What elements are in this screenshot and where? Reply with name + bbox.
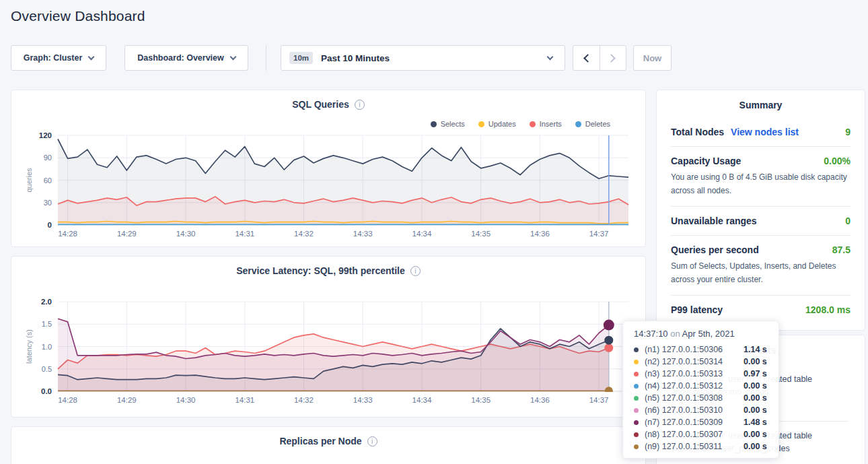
node-latency-value: 0.00 s (744, 381, 767, 391)
node-latency-value: 1.14 s (744, 345, 767, 354)
tooltip-node-row: (n9) 127.0.0.1:503110.00 s (634, 440, 768, 453)
chart-title-text: Service Latency: SQL, 99th percentile (236, 265, 405, 276)
svg-text:2.0: 2.0 (41, 298, 52, 306)
node-color-dot (634, 432, 639, 437)
svg-text:60: 60 (44, 176, 52, 185)
p99-latency-label: P99 latency (671, 304, 723, 315)
dashboard-dropdown-label: Dashboard: Overview (137, 53, 224, 63)
legend-dot (530, 121, 536, 127)
tooltip-node-row: (n7) 127.0.0.1:503091.48 s (634, 416, 768, 428)
summary-row-p99: P99 latency 1208.0 ms (671, 304, 851, 315)
tooltip-node-row: (n1) 127.0.0.1:503061.14 s (634, 343, 768, 356)
node-color-dot (634, 420, 639, 425)
tooltip-node-row: (n5) 127.0.0.1:503080.00 s (634, 392, 768, 404)
summary-heading: Summary (671, 100, 851, 110)
svg-text:14:28: 14:28 (58, 396, 77, 404)
queries-per-second-desc: Sum of Selects, Updates, Inserts, and De… (671, 259, 851, 286)
time-prev-button[interactable] (573, 46, 600, 70)
svg-text:14:30: 14:30 (176, 396, 196, 404)
graph-dropdown[interactable]: Graph: Cluster (11, 45, 106, 71)
chevron-down-icon (229, 54, 236, 61)
tooltip-date: Apr 5th, 2021 (682, 329, 735, 339)
info-icon[interactable]: i (410, 266, 421, 276)
legend-item-inserts[interactable]: Inserts (530, 120, 562, 128)
node-latency-value: 0.00 s (744, 430, 767, 439)
svg-text:14:30: 14:30 (176, 230, 196, 238)
service-latency-title: Service Latency: SQL, 99th percentilei (11, 265, 645, 276)
svg-text:14:35: 14:35 (471, 396, 491, 404)
info-icon[interactable]: i (367, 436, 377, 446)
sql-queries-chart[interactable]: 030609012014:2814:2914:3014:3114:3214:33… (11, 132, 647, 243)
time-next-button[interactable] (600, 46, 626, 70)
node-latency-value: 0.97 s (744, 369, 767, 378)
legend-dot (575, 121, 581, 127)
svg-text:14:36: 14:36 (530, 230, 550, 238)
summary-divider (671, 235, 851, 236)
info-icon[interactable]: i (355, 100, 365, 110)
total-nodes-value: 9 (845, 127, 851, 137)
summary-row-unavailable-ranges: Unavailable ranges 0 (671, 216, 851, 226)
legend-item-updates[interactable]: Updates (478, 120, 516, 128)
svg-text:120: 120 (39, 132, 52, 139)
chevron-down-icon (547, 54, 554, 61)
svg-text:14:29: 14:29 (117, 396, 137, 404)
time-range-badge: 10m (289, 52, 313, 64)
replicas-per-node-title: Replicas per Nodei (11, 436, 645, 446)
time-nav-group (573, 45, 626, 71)
svg-text:1.0: 1.0 (42, 343, 52, 351)
svg-text:0.5: 0.5 (42, 365, 52, 373)
svg-text:14:29: 14:29 (117, 230, 137, 238)
node-latency-value: 1.48 s (744, 418, 767, 427)
unavailable-ranges-label: Unavailable ranges (671, 216, 757, 226)
time-range-dropdown[interactable]: 10m Past 10 Minutes (281, 45, 565, 71)
sql-chart-legend: SelectsUpdatesInsertsDeletes (431, 120, 610, 128)
svg-text:14:34: 14:34 (412, 396, 432, 404)
summary-divider (671, 206, 851, 207)
svg-text:14:28: 14:28 (58, 230, 77, 238)
summary-divider (671, 295, 851, 296)
now-button[interactable]: Now (633, 45, 672, 71)
legend-label: Updates (489, 120, 516, 128)
tooltip-node-row: (n3) 127.0.0.1:503130.97 s (634, 368, 768, 380)
sql-queries-title: SQL Queriesi (11, 99, 645, 110)
node-color-dot (634, 408, 639, 413)
summary-row-total-nodes: Total Nodes View nodes list 9 (671, 127, 851, 137)
dashboard-dropdown[interactable]: Dashboard: Overview (124, 45, 248, 71)
total-nodes-label: Total Nodes (671, 127, 724, 137)
service-latency-chart[interactable]: 0.00.51.01.52.014:2814:2914:3014:3114:32… (11, 298, 647, 409)
svg-text:14:31: 14:31 (235, 396, 254, 404)
node-address: (n8) 127.0.0.1:50307 (645, 430, 744, 439)
capacity-usage-label: Capacity Usage (671, 156, 741, 166)
node-address: (n2) 127.0.0.1:50314 (645, 357, 744, 366)
tooltip-node-row: (n8) 127.0.0.1:503070.00 s (634, 428, 768, 440)
svg-text:14:32: 14:32 (294, 396, 314, 404)
node-color-dot (634, 360, 639, 364)
svg-text:30: 30 (44, 199, 52, 207)
legend-item-selects[interactable]: Selects (431, 120, 465, 128)
svg-text:14:34: 14:34 (412, 230, 432, 238)
svg-text:queries: queries (25, 168, 33, 193)
svg-text:14:36: 14:36 (530, 396, 550, 404)
node-address: (n1) 127.0.0.1:50306 (645, 345, 744, 354)
view-nodes-list-link[interactable]: View nodes list (731, 127, 799, 137)
svg-text:0.0: 0.0 (41, 387, 52, 395)
chevron-left-icon (583, 54, 592, 63)
svg-text:14:37: 14:37 (589, 396, 609, 404)
tooltip-rows: (n1) 127.0.0.1:503061.14 s(n2) 127.0.0.1… (634, 343, 768, 453)
svg-text:14:33: 14:33 (353, 230, 373, 238)
legend-dot (431, 121, 437, 127)
svg-text:14:33: 14:33 (353, 396, 373, 404)
node-color-dot (634, 444, 639, 449)
svg-text:14:31: 14:31 (235, 230, 254, 238)
node-latency-value: 0.00 s (744, 357, 767, 366)
legend-item-deletes[interactable]: Deletes (575, 120, 610, 128)
replicas-per-node-card: Replicas per Nodei (11, 426, 646, 464)
chart-title-text: Replicas per Node (279, 436, 361, 446)
graph-dropdown-label: Graph: Cluster (24, 53, 83, 63)
tooltip-time: 14:37:10 (634, 329, 668, 339)
chevron-down-icon (88, 54, 95, 61)
sql-queries-card: SQL Queriesi SelectsUpdatesInsertsDelete… (11, 90, 646, 247)
node-address: (n6) 127.0.0.1:50310 (645, 405, 744, 415)
chevron-right-icon (607, 54, 616, 63)
chart-hover-tooltip: 14:37:10 on Apr 5th, 2021 (n1) 127.0.0.1… (622, 321, 779, 459)
